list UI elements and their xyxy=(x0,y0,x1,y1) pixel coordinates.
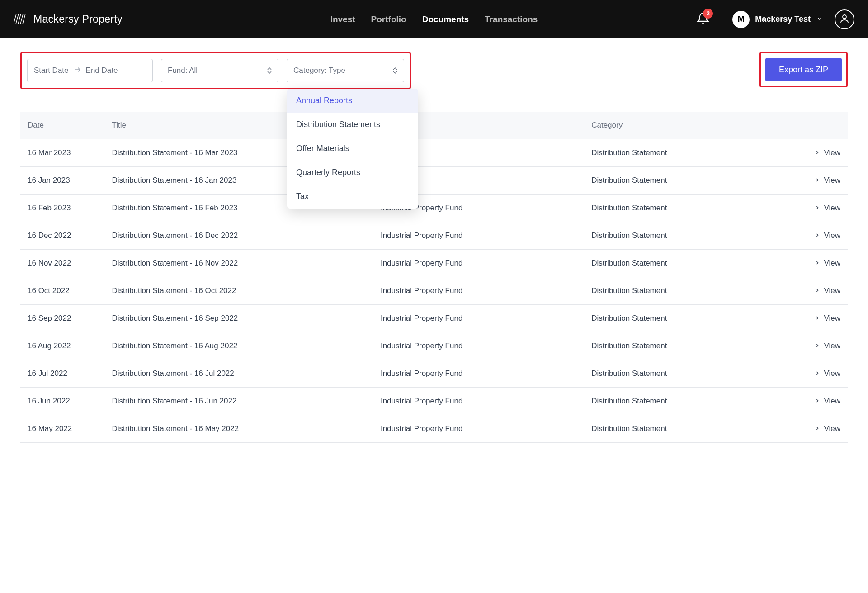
cell-category: Distribution Statement xyxy=(584,195,784,222)
cell-fund: Industrial Property Fund xyxy=(373,305,584,332)
table-row: 16 Sep 2022Distribution Statement - 16 S… xyxy=(20,305,848,332)
cell-date: 16 Jul 2022 xyxy=(20,360,104,388)
chevron-right-icon xyxy=(815,342,820,351)
export-zip-button[interactable]: Export as ZIP xyxy=(765,58,842,81)
page-content: Start Date End Date Fund: All Category: xyxy=(0,38,868,456)
view-button[interactable]: View xyxy=(815,342,840,351)
view-label: View xyxy=(824,204,840,213)
cell-action: View xyxy=(784,332,848,360)
table-row: 16 Oct 2022Distribution Statement - 16 O… xyxy=(20,277,848,305)
cell-action: View xyxy=(784,415,848,443)
cell-action: View xyxy=(784,195,848,222)
profile-button[interactable] xyxy=(835,9,854,29)
fund-select[interactable]: Fund: All xyxy=(161,59,278,82)
category-option-quarterly-reports[interactable]: Quarterly Reports xyxy=(287,161,418,185)
fund-select-label: Fund: All xyxy=(168,66,198,75)
view-button[interactable]: View xyxy=(815,286,840,295)
cell-date: 16 Feb 2023 xyxy=(20,195,104,222)
end-date-placeholder: End Date xyxy=(86,66,118,75)
avatar: M xyxy=(732,11,750,28)
cell-title: Distribution Statement - 16 Nov 2022 xyxy=(104,250,373,277)
main-nav: Invest Portfolio Documents Transactions xyxy=(330,14,538,24)
cell-title: Distribution Statement - 16 Oct 2022 xyxy=(104,277,373,305)
category-option-offer-materials[interactable]: Offer Materials xyxy=(287,137,418,161)
cell-action: View xyxy=(784,305,848,332)
nav-documents[interactable]: Documents xyxy=(422,14,469,24)
cell-category: Distribution Statement xyxy=(584,139,784,167)
cell-category: Distribution Statement xyxy=(584,167,784,195)
category-dropdown: Annual Reports Distribution Statements O… xyxy=(287,89,418,209)
chevron-right-icon xyxy=(815,204,820,213)
chevron-right-icon xyxy=(815,369,820,378)
chevron-down-icon xyxy=(816,15,823,24)
nav-portfolio[interactable]: Portfolio xyxy=(371,14,406,24)
header-right: 2 M Mackersy Test xyxy=(697,9,854,29)
cell-category: Distribution Statement xyxy=(584,250,784,277)
brand-logo-icon xyxy=(14,12,28,27)
cell-title: Distribution Statement - 16 Dec 2022 xyxy=(104,222,373,250)
view-button[interactable]: View xyxy=(815,397,840,406)
cell-title: Distribution Statement - 16 Jul 2022 xyxy=(104,360,373,388)
category-option-distribution-statements[interactable]: Distribution Statements xyxy=(287,113,418,137)
view-button[interactable]: View xyxy=(815,369,840,378)
cell-action: View xyxy=(784,222,848,250)
cell-category: Distribution Statement xyxy=(584,360,784,388)
view-label: View xyxy=(824,342,840,351)
bell-icon xyxy=(697,19,709,26)
cell-category: Distribution Statement xyxy=(584,388,784,415)
cell-date: 16 Sep 2022 xyxy=(20,305,104,332)
person-icon xyxy=(839,13,850,26)
nav-transactions[interactable]: Transactions xyxy=(485,14,538,24)
view-button[interactable]: View xyxy=(815,424,840,433)
filter-controls-highlight: Start Date End Date Fund: All Category: xyxy=(20,52,411,89)
category-select[interactable]: Category: Type Annual Reports Distributi… xyxy=(287,59,404,82)
table-row: 16 May 2022Distribution Statement - 16 M… xyxy=(20,415,848,443)
table-row: 16 Jul 2022Distribution Statement - 16 J… xyxy=(20,360,848,388)
view-label: View xyxy=(824,424,840,433)
sort-arrows-icon xyxy=(267,67,272,74)
category-option-annual-reports[interactable]: Annual Reports xyxy=(287,89,418,113)
view-label: View xyxy=(824,231,840,240)
cell-fund: Industrial Property Fund xyxy=(373,250,584,277)
nav-invest[interactable]: Invest xyxy=(330,14,355,24)
svg-point-0 xyxy=(843,15,846,19)
cell-fund: Industrial Property Fund xyxy=(373,277,584,305)
cell-date: 16 Mar 2023 xyxy=(20,139,104,167)
view-button[interactable]: View xyxy=(815,259,840,268)
chevron-right-icon xyxy=(815,176,820,185)
cell-title: Distribution Statement - 16 Sep 2022 xyxy=(104,305,373,332)
table-row: 16 Feb 2023Distribution Statement - 16 F… xyxy=(20,195,848,222)
cell-category: Distribution Statement xyxy=(584,277,784,305)
view-label: View xyxy=(824,148,840,157)
export-highlight: Export as ZIP xyxy=(760,52,848,87)
cell-action: View xyxy=(784,360,848,388)
user-menu[interactable]: M Mackersy Test xyxy=(732,11,823,28)
table-row: 16 Jan 2023Distribution Statement - 16 J… xyxy=(20,167,848,195)
cell-category: Distribution Statement xyxy=(584,415,784,443)
user-name: Mackersy Test xyxy=(755,14,811,24)
view-label: View xyxy=(824,176,840,185)
table-row: 16 Mar 2023Distribution Statement - 16 M… xyxy=(20,139,848,167)
view-button[interactable]: View xyxy=(815,176,840,185)
logo-area[interactable]: Mackersy Property xyxy=(14,12,123,27)
chevron-right-icon xyxy=(815,424,820,433)
chevron-right-icon xyxy=(815,397,820,406)
cell-action: View xyxy=(784,167,848,195)
view-button[interactable]: View xyxy=(815,204,840,213)
column-header-category: Category xyxy=(584,112,784,139)
cell-category: Distribution Statement xyxy=(584,332,784,360)
view-label: View xyxy=(824,314,840,323)
cell-date: 16 Nov 2022 xyxy=(20,250,104,277)
table-header-row: Date Title Category xyxy=(20,112,848,139)
view-button[interactable]: View xyxy=(815,231,840,240)
cell-category: Distribution Statement xyxy=(584,305,784,332)
notifications-button[interactable]: 2 xyxy=(697,12,709,27)
category-option-tax[interactable]: Tax xyxy=(287,185,418,209)
view-label: View xyxy=(824,397,840,406)
app-header: Mackersy Property Invest Portfolio Docum… xyxy=(0,0,868,38)
documents-table: Date Title Category 16 Mar 2023Distribut… xyxy=(20,112,848,443)
date-range-picker[interactable]: Start Date End Date xyxy=(27,59,153,82)
view-button[interactable]: View xyxy=(815,314,840,323)
view-button[interactable]: View xyxy=(815,148,840,157)
table-row: 16 Aug 2022Distribution Statement - 16 A… xyxy=(20,332,848,360)
